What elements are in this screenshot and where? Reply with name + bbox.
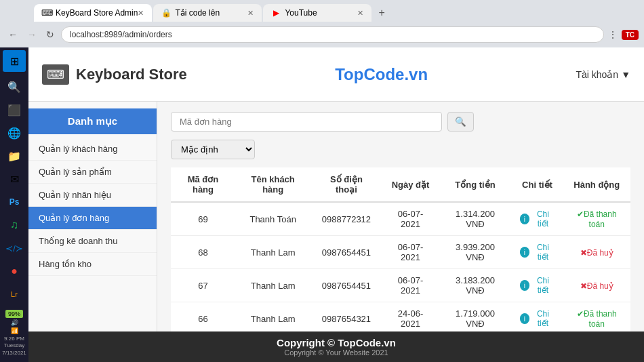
tab-close-youtube[interactable]: ✕: [357, 9, 363, 18]
detail-button[interactable]: iChi tiết: [520, 209, 555, 228]
status-badge: ✔Đã thanh toán: [577, 309, 617, 329]
windows-taskbar: ⊞ 🔍 ⬛ 🌐 📁 ✉ Ps ♫ ≺/≻ ● Lr 99% 🔊 📶 9:26 P…: [0, 47, 28, 362]
footer-sub-text: Copyright © Your Website 2021: [34, 348, 639, 357]
info-circle-icon: i: [520, 247, 530, 258]
search-row: 🔍: [171, 112, 630, 132]
detail-button[interactable]: iChi tiết: [520, 276, 555, 295]
col-action: Hành động: [563, 167, 630, 202]
reload-button[interactable]: ↻: [43, 28, 57, 41]
table-row: 69 Thanh Toán 0988772312 06-07-2021 1.31…: [171, 202, 630, 236]
row-date: 24-06-2021: [382, 302, 439, 332]
detail-button[interactable]: iChi tiết: [520, 309, 555, 328]
col-phone: Số điện thoại: [310, 167, 382, 202]
tab-youtube[interactable]: ▶ YouTube ✕: [263, 4, 371, 22]
table-header-row: Mã đơn hàng Tên khách hàng Số điện thoại…: [171, 167, 630, 202]
browser-icons: ⋮ TC: [608, 29, 639, 40]
search-input[interactable]: [171, 112, 442, 132]
taskbar-vscode[interactable]: ≺/≻: [3, 237, 26, 259]
browser-tabs: ⌨ KeyBoard Store Admin ✕ 🔒 Tải code lên …: [0, 0, 644, 22]
row-detail: iChi tiết: [512, 269, 563, 302]
battery-indicator: 99%: [5, 310, 23, 318]
col-customer: Tên khách hàng: [235, 167, 310, 202]
taskbar-network: 📶: [11, 327, 18, 334]
sidebar-item-stats[interactable]: Thống kê doanh thu: [28, 230, 157, 253]
row-date: 06-07-2021: [382, 202, 439, 236]
row-phone: 0987654321: [310, 302, 382, 332]
account-button[interactable]: Tài khoản ▼: [576, 69, 630, 80]
extensions-button[interactable]: ⋮: [608, 29, 618, 40]
sidebar-item-customers[interactable]: Quản lý khách hàng: [28, 138, 157, 161]
back-button[interactable]: ←: [5, 28, 20, 41]
col-detail: Chi tiết: [512, 167, 563, 202]
row-id: 67: [171, 269, 235, 302]
taskbar-search[interactable]: 🔍: [3, 76, 26, 98]
address-bar[interactable]: [61, 26, 604, 43]
app-footer: Copyright © TopCode.vn Copyright © Your …: [28, 331, 644, 362]
row-action: ✔Đã thanh toán: [563, 302, 630, 332]
status-badge: ✔Đã thanh toán: [577, 209, 617, 229]
orders-table: Mã đơn hàng Tên khách hàng Số điện thoại…: [171, 167, 630, 331]
browser-bar: ← → ↻ ⋮ TC: [0, 22, 644, 47]
tab-upload[interactable]: 🔒 Tải code lên ✕: [153, 4, 262, 22]
keyboard-glyph: ⌨: [47, 67, 64, 82]
taskbar-taskview[interactable]: ⬛: [3, 99, 26, 121]
footer-main-text: Copyright © TopCode.vn: [34, 337, 639, 348]
windows-start-button[interactable]: ⊞: [3, 50, 26, 72]
forward-button[interactable]: →: [24, 28, 39, 41]
col-total: Tổng tiền: [439, 167, 511, 202]
tab-favicon-upload: 🔒: [161, 8, 171, 18]
store-title: Keyboard Store: [76, 66, 187, 83]
info-circle-icon: i: [520, 313, 530, 324]
tab-favicon-youtube: ▶: [271, 8, 281, 18]
topcode-logo: TC: [622, 30, 639, 40]
row-action: ✖Đã huỷ: [563, 236, 630, 269]
sidebar: Danh mục Quản lý khách hàng Quản lý sản …: [28, 102, 157, 331]
row-detail: iChi tiết: [512, 302, 563, 332]
app-container: ⊞ 🔍 ⬛ 🌐 📁 ✉ Ps ♫ ≺/≻ ● Lr 99% 🔊 📶 9:26 P…: [0, 47, 644, 362]
new-tab-button[interactable]: +: [373, 4, 390, 22]
sidebar-item-inventory[interactable]: Hàng tồn kho: [28, 253, 157, 276]
taskbar-photoshop2[interactable]: Lr: [3, 283, 26, 305]
taskbar-time: 🔊: [11, 319, 18, 326]
col-id: Mã đơn hàng: [171, 167, 235, 202]
status-badge: ✖Đã huỷ: [580, 248, 613, 258]
sidebar-header: Danh mục: [28, 108, 157, 134]
keyboard-store-icon: ⌨: [42, 64, 69, 85]
row-id: 69: [171, 202, 235, 236]
taskbar-ps[interactable]: Ps: [3, 191, 26, 213]
body-container: Danh mục Quản lý khách hàng Quản lý sản …: [28, 102, 644, 331]
clock-display: 9:26 PM Tuesday 7/13/2021: [2, 336, 26, 357]
search-button[interactable]: 🔍: [447, 112, 474, 132]
col-date: Ngày đặt: [382, 167, 439, 202]
filter-select[interactable]: Mặc định Đã thanh toán Đã huỷ: [171, 140, 255, 159]
tab-favicon-keyboard: ⌨: [42, 8, 52, 18]
header-left: ⌨ Keyboard Store: [42, 64, 187, 85]
sidebar-item-products[interactable]: Quản lý sản phẩm: [28, 161, 157, 184]
row-detail: iChi tiết: [512, 236, 563, 269]
sidebar-item-brands[interactable]: Quản lý nhãn hiệu: [28, 184, 157, 207]
detail-button[interactable]: iChi tiết: [520, 243, 555, 262]
row-total: 1.719.000 VNĐ: [439, 302, 511, 332]
taskbar-spotify[interactable]: ♫: [3, 214, 26, 236]
page-content: ⌨ Keyboard Store TopCode.vn Tài khoản ▼ …: [28, 47, 644, 362]
table-row: 68 Thanh Lam 0987654451 06-07-2021 3.939…: [171, 236, 630, 269]
row-customer: Thanh Lam: [235, 302, 310, 332]
taskbar-chrome[interactable]: ●: [3, 260, 26, 282]
row-phone: 0988772312: [310, 202, 382, 236]
tab-close-upload[interactable]: ✕: [247, 9, 254, 18]
main-content: 🔍 Mặc định Đã thanh toán Đã huỷ Mã đơn h…: [157, 102, 644, 331]
row-phone: 0987654451: [310, 236, 382, 269]
taskbar-folder[interactable]: 📁: [3, 145, 26, 167]
row-id: 68: [171, 236, 235, 269]
row-total: 1.314.200 VNĐ: [439, 202, 511, 236]
row-phone: 0987654451: [310, 269, 382, 302]
tab-close-keyboard[interactable]: ✕: [138, 9, 144, 18]
tab-keyboard-admin[interactable]: ⌨ KeyBoard Store Admin ✕: [34, 4, 152, 22]
sidebar-item-orders[interactable]: Quản lý đơn hàng: [28, 207, 157, 230]
row-total: 3.939.200 VNĐ: [439, 236, 511, 269]
taskbar-edge[interactable]: 🌐: [3, 122, 26, 144]
row-date: 06-07-2021: [382, 269, 439, 302]
taskbar-bottom: 99% 🔊 📶 9:26 PM Tuesday 7/13/2021: [2, 310, 26, 359]
taskbar-mail[interactable]: ✉: [3, 168, 26, 190]
tab-label-upload: Tải code lên: [175, 8, 220, 18]
